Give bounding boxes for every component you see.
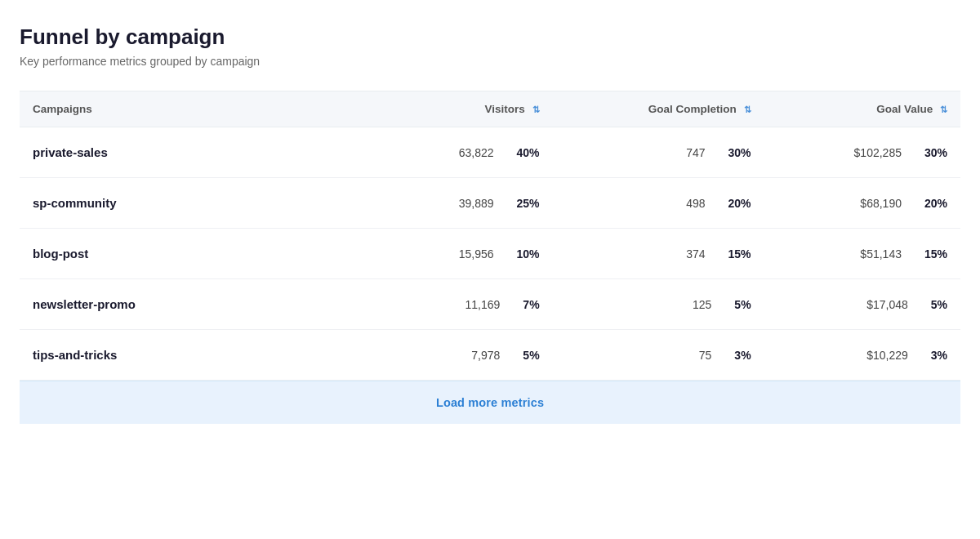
visitors-sort-icon: ⇅ (532, 105, 540, 115)
visitors-cell: 39,889 25% (377, 178, 553, 229)
goal-completion-sort-icon: ⇅ (744, 105, 751, 115)
goal-value-cell: $68,190 20% (764, 178, 960, 229)
goal-completion-value: 374 (686, 247, 705, 261)
visitors-value: 39,889 (459, 197, 494, 210)
table-row: blog-post 15,956 10% 374 15% $51,143 15% (20, 229, 960, 279)
table-row: private-sales 63,822 40% 747 30% $102,28… (20, 127, 960, 178)
goal-value-pct: 5% (931, 298, 947, 311)
goal-value-amount: $17,048 (866, 298, 908, 311)
goal-value-cell: $102,285 30% (764, 127, 960, 178)
goal-value-sort-icon: ⇅ (940, 105, 947, 115)
goal-completion-cell: 374 15% (553, 229, 764, 279)
load-more-cell: Load more metrics (20, 381, 960, 425)
visitors-pct: 25% (517, 197, 540, 210)
goal-value-cell: $51,143 15% (764, 229, 960, 279)
visitors-pct: 5% (523, 349, 539, 362)
goal-completion-pct: 3% (734, 349, 751, 362)
visitors-value: 11,169 (466, 298, 501, 311)
goal-value-pct: 3% (931, 349, 947, 362)
goal-completion-value: 125 (693, 298, 711, 311)
goal-completion-value: 747 (686, 146, 705, 159)
goal-completion-cell: 498 20% (553, 178, 764, 229)
load-more-button[interactable]: Load more metrics (20, 381, 960, 424)
visitors-value: 15,956 (459, 247, 494, 261)
campaigns-table: Campaigns Visitors ⇅ Goal Completion ⇅ G… (20, 91, 960, 424)
table-header-row: Campaigns Visitors ⇅ Goal Completion ⇅ G… (20, 91, 960, 127)
goal-value-amount: $102,285 (854, 146, 902, 159)
goal-value-amount: $51,143 (860, 247, 902, 261)
goal-value-amount: $10,229 (866, 349, 908, 362)
goal-completion-cell: 747 30% (553, 127, 764, 178)
goal-completion-pct: 30% (728, 146, 751, 159)
goal-completion-pct: 15% (728, 247, 751, 261)
goal-completion-pct: 20% (728, 197, 751, 210)
visitors-pct: 7% (523, 298, 539, 311)
visitors-pct: 40% (517, 146, 540, 159)
visitors-cell: 15,956 10% (377, 229, 553, 279)
goal-value-pct: 20% (924, 197, 947, 210)
goal-value-pct: 15% (924, 247, 947, 261)
goal-value-pct: 30% (924, 146, 947, 159)
table-row: newsletter-promo 11,169 7% 125 5% $17,04… (20, 279, 960, 330)
table-row: tips-and-tricks 7,978 5% 75 3% $10,229 3… (20, 330, 960, 381)
col-header-visitors[interactable]: Visitors ⇅ (377, 91, 553, 127)
campaign-name: blog-post (20, 229, 377, 279)
goal-value-cell: $17,048 5% (764, 279, 960, 330)
col-header-goal-value[interactable]: Goal Value ⇅ (764, 91, 960, 127)
campaign-name: tips-and-tricks (20, 330, 377, 381)
visitors-value: 63,822 (459, 146, 494, 159)
page-title: Funnel by campaign (20, 24, 960, 50)
col-header-goal-completion[interactable]: Goal Completion ⇅ (553, 91, 764, 127)
table-row: sp-community 39,889 25% 498 20% $68,190 … (20, 178, 960, 229)
visitors-value: 7,978 (471, 349, 500, 362)
visitors-cell: 7,978 5% (377, 330, 553, 381)
goal-completion-cell: 125 5% (553, 279, 764, 330)
goal-completion-cell: 75 3% (553, 330, 764, 381)
goal-completion-pct: 5% (734, 298, 751, 311)
goal-completion-value: 75 (699, 349, 712, 362)
goal-completion-value: 498 (686, 197, 705, 210)
col-header-campaigns: Campaigns (20, 91, 377, 127)
goal-value-cell: $10,229 3% (764, 330, 960, 381)
goal-value-amount: $68,190 (860, 197, 902, 210)
visitors-pct: 10% (517, 247, 540, 261)
campaign-name: sp-community (20, 178, 377, 229)
page-subtitle: Key performance metrics grouped by campa… (20, 55, 960, 68)
visitors-cell: 11,169 7% (377, 279, 553, 330)
campaign-name: newsletter-promo (20, 279, 377, 330)
visitors-cell: 63,822 40% (377, 127, 553, 178)
campaign-name: private-sales (20, 127, 377, 178)
load-more-row: Load more metrics (20, 381, 960, 425)
